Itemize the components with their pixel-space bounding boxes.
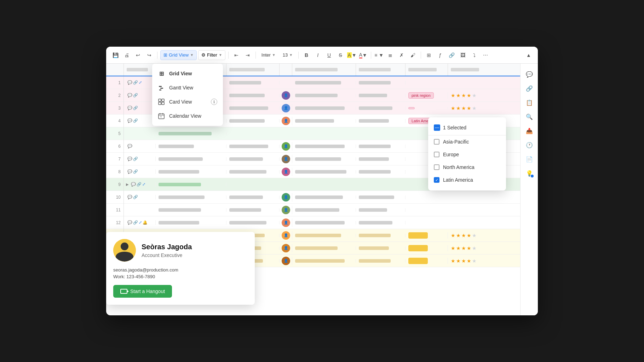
latin-america-checkbox[interactable]: ✓ — [434, 177, 439, 183]
grid-view-icon: ⊞ — [163, 52, 167, 58]
start-hangout-button[interactable]: Start a Hangout — [113, 285, 172, 298]
cell-region — [406, 107, 448, 109]
region-option-europe[interactable]: Europe — [428, 148, 506, 161]
view-option-card[interactable]: Card View ℹ — [152, 95, 223, 109]
view-option-grid[interactable]: ⊞ Grid View — [152, 66, 223, 81]
font-family-selector[interactable]: Inter ▼ — [259, 50, 278, 60]
gantt-view-option-label: Gantt View — [169, 85, 193, 90]
sidebar-search-icon[interactable]: 🔍 — [523, 110, 536, 123]
comment-icon[interactable]: 💬 — [127, 195, 132, 199]
card-view-icon — [158, 98, 165, 105]
undo-button[interactable]: ↩ — [133, 50, 143, 60]
sidebar-idea-icon[interactable]: 💡 — [523, 167, 536, 180]
contact-card: Seòras Jagoda Account Executive seoras.j… — [106, 232, 255, 305]
wrap-button[interactable]: ⤵ — [469, 50, 479, 60]
bold-button[interactable]: B — [301, 50, 311, 60]
separator-1 — [157, 52, 157, 59]
link-icon[interactable]: 🔗 — [133, 106, 138, 110]
avatar: 👤 — [282, 117, 290, 125]
expand-icon[interactable]: ⤢ — [139, 80, 142, 85]
indent-dec-button[interactable]: ⇤ — [231, 50, 241, 60]
north-america-checkbox[interactable] — [434, 164, 439, 170]
comment-icon[interactable]: 💬 — [127, 169, 132, 174]
cell-data1 — [226, 119, 280, 123]
cell-region — [406, 232, 448, 239]
sidebar-link-icon[interactable]: 🔗 — [523, 82, 536, 95]
italic-button[interactable]: I — [313, 50, 323, 60]
filter-button[interactable]: ⚙ Filter ▼ — [198, 50, 225, 60]
region-yellow-tag — [408, 232, 428, 239]
font-size-selector[interactable]: 13 ▼ — [280, 50, 295, 60]
image-button[interactable]: 🖼 — [458, 50, 468, 60]
comment-icon[interactable]: 💬 — [127, 118, 132, 123]
region-option-latin-america[interactable]: ✓ Latin America — [428, 174, 506, 186]
view-option-calendar[interactable]: 31 Calendar View — [152, 109, 223, 123]
sidebar-history-icon[interactable]: 🕐 — [523, 139, 536, 151]
eraser-button[interactable]: ✗ — [397, 50, 407, 60]
cell-data1 — [226, 81, 280, 84]
svg-rect-3 — [159, 99, 161, 101]
comment-icon[interactable]: 💬 — [127, 106, 132, 110]
align-button[interactable]: ≡ ▼ — [374, 50, 384, 60]
comment-icon[interactable]: 💬 — [127, 157, 132, 161]
print-button[interactable]: 🖨 — [122, 50, 132, 60]
more-button[interactable]: ⋯ — [481, 50, 490, 60]
asia-pacific-checkbox[interactable] — [434, 139, 439, 145]
comment-icon[interactable]: 💬 — [127, 144, 132, 148]
strikethrough-button[interactable]: S — [335, 50, 345, 60]
indent-inc-button[interactable]: ⇥ — [243, 50, 253, 60]
list-button[interactable]: ≣ — [385, 50, 395, 60]
region-option-north-america[interactable]: North America — [428, 161, 506, 174]
link-icon[interactable]: 🔗 — [133, 157, 138, 161]
text-color-button[interactable]: A▼ — [358, 50, 368, 60]
sidebar-layers-icon[interactable]: 📋 — [523, 96, 536, 109]
link-button[interactable]: 🔗 — [447, 50, 456, 60]
link-icon[interactable]: 🔗 — [133, 195, 138, 199]
cell-data2 — [292, 246, 356, 250]
paint-format-button[interactable]: 🖌 — [408, 50, 418, 60]
link-icon[interactable]: 🔗 — [133, 80, 138, 85]
link-icon[interactable]: 🔗 — [133, 169, 138, 174]
view-option-gantt[interactable]: Gantt View — [152, 81, 223, 95]
expand-icon[interactable]: ⤢ — [139, 220, 142, 225]
table-row: 12 💬 🔗 ⤢ 🔔 — [106, 216, 520, 229]
grid-view-button[interactable]: ⊞ Grid View ▼ — [160, 50, 197, 60]
grid-view-label: Grid View — [169, 52, 189, 58]
region-option-asia-pacific[interactable]: Asia-Pacific — [428, 135, 506, 148]
link-icon[interactable]: 🔗 — [137, 182, 142, 187]
link-icon[interactable]: 🔗 — [133, 93, 138, 98]
comment-icon[interactable]: 💬 — [127, 220, 132, 225]
cell-data2 — [292, 221, 356, 224]
cell-data2 — [292, 208, 356, 212]
cell-data2 — [292, 106, 356, 110]
contact-email: seoras.jagoda@production.com — [113, 267, 248, 273]
rating-stars: ★ ★ ★ ★ ★ — [451, 105, 477, 111]
sidebar-pages-icon[interactable]: 📄 — [523, 153, 536, 165]
formula-button[interactable]: ƒ — [435, 50, 445, 60]
comment-icon[interactable]: 💬 — [127, 93, 132, 98]
comment-icon[interactable]: 💬 — [127, 80, 132, 85]
avatar: 👤 — [282, 231, 290, 240]
link-icon[interactable]: 🔗 — [133, 220, 138, 225]
info-icon[interactable]: ℹ — [211, 99, 217, 105]
cell-data3 — [356, 81, 406, 84]
avatar: 👤 — [282, 104, 290, 112]
redo-button[interactable]: ↪ — [144, 50, 154, 60]
table-button[interactable]: ⊞ — [424, 50, 434, 60]
expand-icon[interactable]: ⤢ — [142, 182, 145, 187]
save-button[interactable]: 💾 — [110, 50, 120, 60]
sidebar-comment-icon[interactable]: 💬 — [523, 68, 536, 81]
avatar: 👤 — [282, 142, 290, 151]
cell-data3 — [356, 170, 406, 174]
europe-checkbox[interactable] — [434, 152, 439, 157]
cell-data1 — [226, 106, 280, 110]
sidebar-download-icon[interactable]: 📥 — [523, 124, 536, 137]
avatar: 👤 — [282, 206, 290, 214]
link-icon[interactable]: 🔗 — [133, 118, 138, 123]
cell-avatar: 👤 — [280, 91, 292, 100]
collapse-button[interactable]: ▲ — [524, 50, 534, 60]
highlight-button[interactable]: A▼ — [347, 50, 357, 60]
underline-button[interactable]: U — [324, 50, 334, 60]
row-num: 12 — [106, 216, 124, 229]
comment-icon[interactable]: 💬 — [131, 182, 136, 187]
